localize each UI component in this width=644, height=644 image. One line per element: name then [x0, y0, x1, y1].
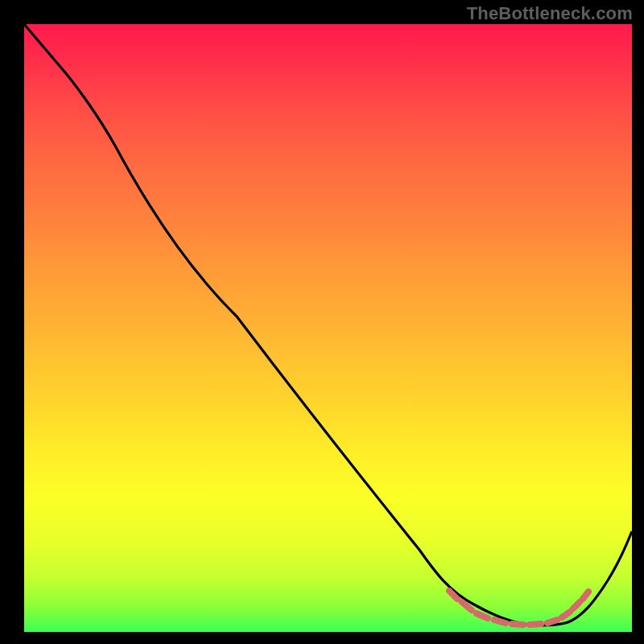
chart-frame: TheBottleneck.com	[0, 0, 644, 644]
plot-area	[24, 24, 632, 632]
watermark-text: TheBottleneck.com	[467, 3, 633, 24]
curve-svg	[24, 24, 632, 632]
bottleneck-curve-path	[24, 24, 632, 625]
